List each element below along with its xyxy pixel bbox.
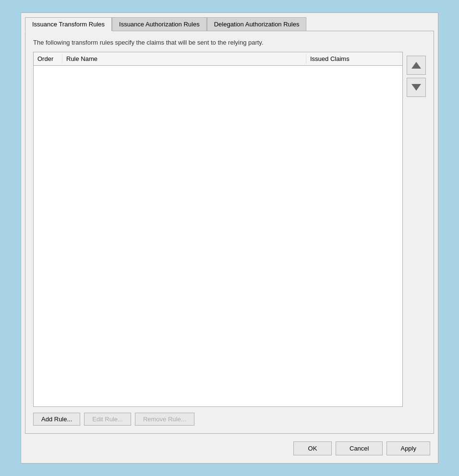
rules-table: Order Rule Name Issued Claims xyxy=(33,52,403,407)
ok-button[interactable]: OK xyxy=(293,441,332,455)
remove-rule-button[interactable]: Remove Rule... xyxy=(135,413,194,426)
tab-description: The following transform rules specify th… xyxy=(33,39,426,46)
dialog-footer: OK Cancel Apply xyxy=(25,434,434,459)
move-down-button[interactable] xyxy=(407,78,426,97)
table-body xyxy=(34,66,402,406)
dialog: Issuance Transform Rules Issuance Author… xyxy=(21,12,438,464)
tab-bar: Issuance Transform Rules Issuance Author… xyxy=(25,17,434,31)
tab-issuance-transform[interactable]: Issuance Transform Rules xyxy=(25,17,112,31)
action-buttons: Add Rule... Edit Rule... Remove Rule... xyxy=(33,413,426,426)
tab-delegation-authorization[interactable]: Delegation Authorization Rules xyxy=(207,17,307,31)
edit-rule-button[interactable]: Edit Rule... xyxy=(84,413,131,426)
col-header-rule-name: Rule Name xyxy=(62,54,306,63)
arrow-up-icon xyxy=(411,62,421,69)
arrow-down-icon xyxy=(411,84,421,91)
side-buttons xyxy=(407,52,426,407)
col-header-issued-claims: Issued Claims xyxy=(306,54,402,63)
cancel-button[interactable]: Cancel xyxy=(336,441,383,455)
table-header: Order Rule Name Issued Claims xyxy=(34,52,402,66)
tab-issuance-authorization[interactable]: Issuance Authorization Rules xyxy=(112,17,207,31)
add-rule-button[interactable]: Add Rule... xyxy=(33,413,80,426)
table-area: Order Rule Name Issued Claims xyxy=(33,52,426,407)
col-header-order: Order xyxy=(34,54,62,63)
move-up-button[interactable] xyxy=(407,56,426,75)
tab-panel-issuance-transform: The following transform rules specify th… xyxy=(25,31,434,434)
apply-button[interactable]: Apply xyxy=(387,441,430,455)
